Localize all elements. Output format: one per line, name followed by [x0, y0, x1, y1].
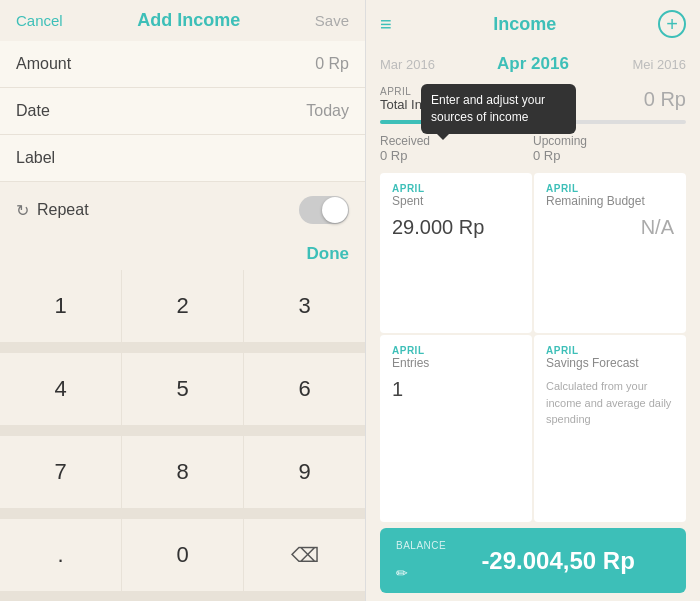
amount-value: 0 Rp [96, 55, 349, 73]
date-label: Date [16, 102, 96, 120]
tooltip-text: Enter and adjust your sources of income [431, 93, 545, 124]
balance-bar: BALANCE ✏ -29.004,50 Rp [380, 528, 686, 593]
stat-remaining-april: APRIL [546, 183, 674, 194]
stat-entries: APRIL Entries 1 [380, 335, 532, 522]
repeat-row[interactable]: ↻ Repeat [0, 182, 365, 238]
stat-spent-name: Spent [392, 194, 520, 208]
received-label: Received [380, 134, 533, 148]
stat-remaining-value: N/A [546, 216, 674, 239]
stat-entries-value: 1 [392, 378, 520, 401]
add-income-title: Add Income [137, 10, 240, 31]
income-title: Income [493, 14, 556, 35]
month-nav: Mar 2016 Apr 2016 Mei 2016 [366, 48, 700, 80]
numpad-3[interactable]: 3 [244, 270, 365, 342]
numpad-dot[interactable]: . [0, 519, 121, 591]
add-income-panel: Cancel Add Income Save Amount 0 Rp Date … [0, 0, 365, 601]
received-upcoming-row: Received 0 Rp Upcoming 0 Rp [366, 130, 700, 171]
balance-left: BALANCE ✏ [396, 540, 446, 581]
numpad-9[interactable]: 9 [244, 436, 365, 508]
numpad-backspace[interactable]: ⌫ [244, 519, 365, 591]
toggle-knob [322, 197, 348, 223]
upcoming-value: 0 Rp [533, 148, 686, 163]
numpad-7[interactable]: 7 [0, 436, 121, 508]
stat-savings-name: Savings Forecast [546, 356, 674, 370]
upcoming-col: Upcoming 0 Rp [533, 134, 686, 163]
stat-remaining: APRIL Remaining Budget N/A [534, 173, 686, 333]
repeat-icon: ↻ [16, 201, 29, 220]
tooltip: Enter and adjust your sources of income [421, 84, 576, 134]
edit-balance-icon[interactable]: ✏ [396, 565, 408, 581]
numpad-0[interactable]: 0 [122, 519, 243, 591]
balance-label: BALANCE [396, 540, 446, 551]
stat-spent-april: APRIL [392, 183, 520, 194]
received-col: Received 0 Rp [380, 134, 533, 163]
plus-icon: + [666, 14, 678, 34]
date-row[interactable]: Date Today [0, 88, 365, 135]
left-header: Cancel Add Income Save [0, 0, 365, 41]
current-month: Apr 2016 [497, 54, 569, 74]
next-month[interactable]: Mei 2016 [633, 57, 686, 72]
right-header: ≡ Income + [366, 0, 700, 48]
numpad-2[interactable]: 2 [122, 270, 243, 342]
numpad-6[interactable]: 6 [244, 353, 365, 425]
label-label: Label [16, 149, 96, 167]
balance-value: -29.004,50 Rp [481, 547, 634, 575]
done-row: Done [0, 238, 365, 270]
label-row[interactable]: Label [0, 135, 365, 182]
total-income-row: APRIL Total Income Enter and adjust your… [366, 80, 700, 116]
total-income-value: 0 Rp [644, 88, 686, 111]
numpad-8[interactable]: 8 [122, 436, 243, 508]
amount-row[interactable]: Amount 0 Rp [0, 41, 365, 88]
menu-icon[interactable]: ≡ [380, 13, 392, 36]
stats-grid: APRIL Spent 29.000 Rp APRIL Remaining Bu… [366, 171, 700, 524]
stat-savings: APRIL Savings Forecast Calculated from y… [534, 335, 686, 522]
income-panel: ≡ Income + Mar 2016 Apr 2016 Mei 2016 AP… [365, 0, 700, 601]
numpad-1[interactable]: 1 [0, 270, 121, 342]
stat-remaining-name: Remaining Budget [546, 194, 674, 208]
amount-label: Amount [16, 55, 96, 73]
repeat-label: Repeat [37, 201, 299, 219]
stat-entries-name: Entries [392, 356, 520, 370]
balance-value-col: -29.004,50 Rp [446, 547, 670, 575]
date-value: Today [96, 102, 349, 120]
save-button[interactable]: Save [315, 12, 349, 29]
numpad: 1 2 3 4 5 6 7 8 9 . 0 ⌫ [0, 270, 365, 601]
repeat-toggle[interactable] [299, 196, 349, 224]
received-value: 0 Rp [380, 148, 533, 163]
cancel-button[interactable]: Cancel [16, 12, 63, 29]
stat-savings-april: APRIL [546, 345, 674, 356]
stat-entries-april: APRIL [392, 345, 520, 356]
upcoming-label: Upcoming [533, 134, 686, 148]
income-form: Amount 0 Rp Date Today Label [0, 41, 365, 182]
add-income-button[interactable]: + [658, 10, 686, 38]
done-button[interactable]: Done [307, 244, 350, 264]
stat-savings-desc: Calculated from your income and average … [546, 378, 674, 428]
numpad-4[interactable]: 4 [0, 353, 121, 425]
backspace-icon: ⌫ [291, 543, 319, 567]
numpad-5[interactable]: 5 [122, 353, 243, 425]
stat-spent-value: 29.000 Rp [392, 216, 520, 239]
prev-month[interactable]: Mar 2016 [380, 57, 435, 72]
stat-spent: APRIL Spent 29.000 Rp [380, 173, 532, 333]
